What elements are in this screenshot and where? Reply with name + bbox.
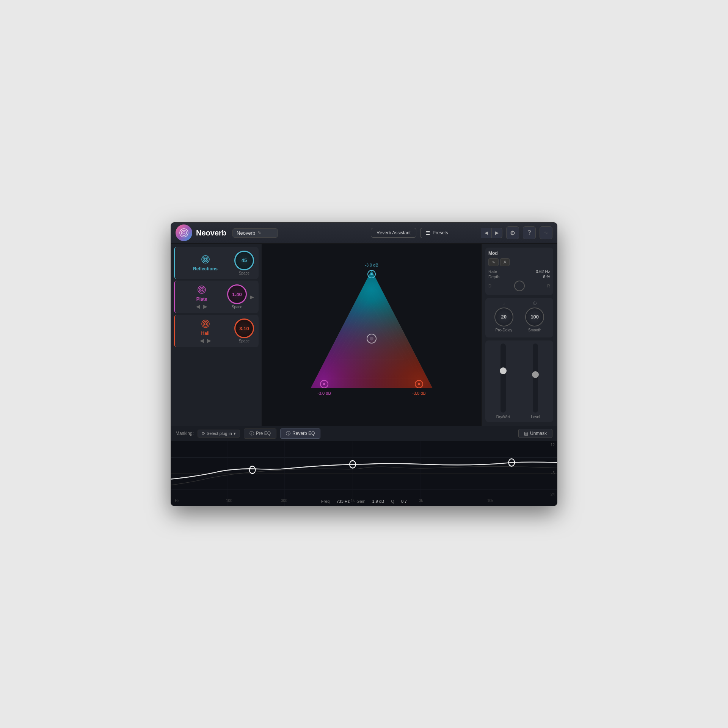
eq-section: Masking: ⟳ Select plug-in ▾ ⓘ Pre EQ ⓘ R… <box>171 426 557 506</box>
eq-curve-svg <box>171 441 557 506</box>
hall-space-label: Space <box>239 339 249 343</box>
midi-button[interactable]: ∿ <box>540 226 552 239</box>
masking-label: Masking: <box>176 431 194 436</box>
smooth-knob-area: ⓘ 100 Smooth <box>525 301 544 332</box>
db-label-neg6: -6 <box>551 471 555 475</box>
svg-point-5 <box>204 258 207 260</box>
plate-expand-button[interactable]: ▶ <box>250 294 254 300</box>
reflections-icon[interactable] <box>200 254 211 265</box>
mod-toggle-row: ∿ A <box>488 258 550 266</box>
svg-point-2 <box>183 232 185 234</box>
mod-adsr-button[interactable]: A <box>500 258 510 266</box>
plate-icon[interactable] <box>196 284 207 295</box>
drywet-label: Dry/Wet <box>496 415 510 419</box>
dry-r-row: D R <box>488 280 550 292</box>
svg-point-7 <box>199 287 204 292</box>
edit-icon: ✎ <box>257 230 261 235</box>
svg-text:-3.0 dB: -3.0 dB <box>412 391 425 395</box>
level-thumb[interactable] <box>532 371 539 378</box>
help-button[interactable]: ? <box>523 226 536 239</box>
preset-name-text: Neoverb <box>237 230 255 236</box>
reflections-knob[interactable]: 45 <box>234 251 254 270</box>
hall-prev-button[interactable]: ◀ <box>199 337 205 344</box>
smooth-label: Smooth <box>528 328 541 332</box>
plate-next-button[interactable]: ▶ <box>202 303 208 309</box>
center-panel[interactable]: -3.0 dB -3.0 dB -3.0 dB <box>262 244 481 426</box>
plate-knob[interactable]: 1.40 <box>227 284 247 304</box>
q-label: Q <box>391 499 394 504</box>
logo <box>176 224 192 241</box>
depth-circle[interactable] <box>514 281 525 291</box>
select-plugin-button[interactable]: ⟳ Select plug-in ▾ <box>198 430 240 438</box>
svg-point-4 <box>203 257 208 262</box>
main-area: Reflections 45 Space <box>171 244 557 426</box>
eq-display[interactable]: 12 -6 -24 Hz 100 300 1k 3k 10k Freq 733 … <box>171 441 557 506</box>
triangle-mixer[interactable]: -3.0 dB -3.0 dB -3.0 dB <box>292 259 451 411</box>
next-preset-button[interactable]: ▶ <box>492 228 502 238</box>
sliders-section: Dry/Wet Level <box>485 340 553 422</box>
level-slider-col: Level <box>521 344 551 419</box>
predelay-label: Pre-Delay <box>496 328 512 332</box>
db-label-12: 12 <box>551 443 555 447</box>
reverb-eq-tab[interactable]: ⓘ Reverb EQ <box>280 428 320 439</box>
hall-icon[interactable] <box>200 318 211 329</box>
q-value: 0.7 <box>401 499 407 504</box>
svg-marker-21 <box>311 270 432 388</box>
select-plugin-icon: ⟳ <box>202 431 205 436</box>
hall-next-button[interactable]: ▶ <box>206 337 212 344</box>
freq-label: Freq <box>321 499 330 504</box>
mod-section: Mod ∿ A Rate 0.62 Hz Depth 6 % D R <box>485 248 553 295</box>
hall-knob[interactable]: 3.10 <box>234 318 254 338</box>
plate-icon-area: Plate ◀ ▶ <box>179 284 224 309</box>
settings-button[interactable]: ⚙ <box>506 226 519 239</box>
mod-wave-button[interactable]: ∿ <box>488 258 499 266</box>
pre-eq-tab[interactable]: ⓘ Pre EQ <box>244 428 276 439</box>
svg-point-26 <box>323 383 325 385</box>
plugin-name: Neoverb <box>196 229 226 237</box>
reverb-eq-label: Reverb EQ <box>292 431 315 436</box>
mod-title: Mod <box>488 251 550 256</box>
pre-eq-icon: ⓘ <box>249 430 254 437</box>
prev-preset-button[interactable]: ◀ <box>481 228 492 238</box>
smooth-knob[interactable]: 100 <box>525 308 544 326</box>
pre-eq-label: Pre EQ <box>256 431 271 436</box>
drywet-slider-track[interactable] <box>500 344 506 413</box>
plate-section: Plate ◀ ▶ 1.40 Space ▶ <box>174 281 259 313</box>
unmask-label: Unmask <box>530 431 547 436</box>
select-plugin-chevron: ▾ <box>234 431 236 436</box>
svg-point-8 <box>201 289 203 291</box>
plate-label: Plate <box>196 297 207 302</box>
unmask-icon: ▤ <box>524 431 528 436</box>
svg-point-32 <box>370 337 373 340</box>
reverb-eq-icon: ⓘ <box>286 430 290 437</box>
presets-nav-group: ☰ Presets ◀ ▶ <box>420 228 502 238</box>
plate-controls: ◀ ▶ <box>195 303 208 309</box>
predelay-section: ♩ 20 Pre-Delay ⓘ 100 Smooth <box>485 298 553 337</box>
db-label-neg24: -24 <box>549 493 555 497</box>
reflections-knob-area: 45 Space <box>234 251 254 275</box>
hall-section: Hall ◀ ▶ 3.10 Space <box>174 315 259 347</box>
reverb-assistant-button[interactable]: Reverb Assistant <box>371 228 416 238</box>
reflections-section: Reflections 45 Space <box>174 247 259 279</box>
r-label: R <box>547 284 550 288</box>
select-plugin-label: Select plug-in <box>207 431 232 436</box>
drywet-slider-col: Dry/Wet <box>488 344 518 419</box>
svg-text:-3.0 dB: -3.0 dB <box>317 391 331 395</box>
hall-icon-area: Hall ◀ ▶ <box>179 318 231 344</box>
drywet-thumb[interactable] <box>500 367 507 374</box>
plate-knob-area: 1.40 Space <box>227 284 247 309</box>
depth-label: Depth <box>488 275 499 279</box>
plugin-container: Neoverb Neoverb ✎ Reverb Assistant ☰ Pre… <box>171 222 557 506</box>
predelay-knob[interactable]: 20 <box>494 308 513 326</box>
mod-rate-row: Rate 0.62 Hz <box>488 269 550 274</box>
presets-button[interactable]: ☰ Presets <box>420 228 481 238</box>
unmask-button[interactable]: ▤ Unmask <box>518 429 552 438</box>
hall-knob-area: 3.10 Space <box>234 318 254 343</box>
smooth-icon-label: ⓘ <box>533 301 537 306</box>
left-panel: Reflections 45 Space <box>171 244 262 426</box>
presets-label: Presets <box>433 230 448 235</box>
preset-name-box[interactable]: Neoverb ✎ <box>232 228 278 238</box>
level-slider-track[interactable] <box>533 344 538 413</box>
predelay-icon-label: ♩ <box>503 302 505 306</box>
plate-prev-button[interactable]: ◀ <box>195 303 201 309</box>
